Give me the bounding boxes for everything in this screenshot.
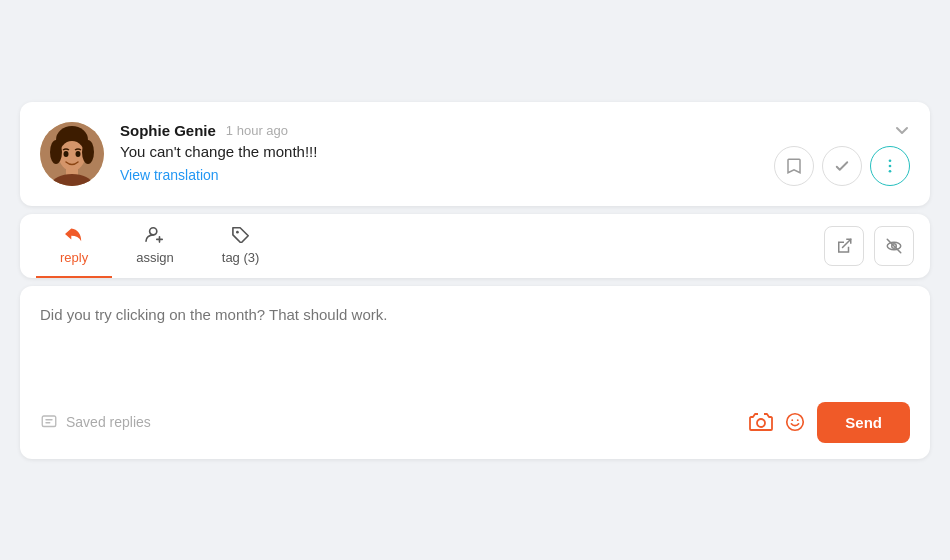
external-link-icon [835, 237, 853, 255]
svg-point-3 [50, 140, 62, 164]
svg-line-16 [887, 239, 901, 253]
tab-assign[interactable]: assign [112, 214, 198, 278]
svg-point-4 [82, 140, 94, 164]
reply-footer: Saved replies Send [40, 402, 910, 443]
svg-point-13 [236, 230, 239, 233]
saved-replies-icon [40, 413, 58, 431]
camera-icon [749, 411, 773, 433]
svg-point-10 [889, 164, 892, 167]
reply-card: Saved replies Send [20, 286, 930, 459]
svg-point-12 [150, 227, 157, 234]
svg-point-18 [757, 419, 765, 427]
check-icon [833, 157, 851, 175]
reply-actions: Send [749, 402, 910, 443]
tab-assign-label: assign [136, 250, 174, 265]
camera-button[interactable] [749, 411, 773, 433]
reply-icon [63, 225, 85, 246]
tab-reply[interactable]: reply [36, 214, 112, 278]
send-button[interactable]: Send [817, 402, 910, 443]
external-link-button[interactable] [824, 226, 864, 266]
svg-rect-17 [42, 416, 56, 427]
toolbar-tabs: reply assign [36, 214, 283, 278]
bookmark-button[interactable] [774, 146, 814, 186]
check-button[interactable] [822, 146, 862, 186]
saved-replies-button[interactable]: Saved replies [40, 413, 151, 431]
assign-icon [144, 225, 166, 246]
svg-point-7 [64, 151, 69, 157]
svg-point-8 [76, 151, 81, 157]
tab-reply-label: reply [60, 250, 88, 265]
message-card: Sophie Genie 1 hour ago You can't change… [20, 102, 930, 206]
svg-point-11 [889, 169, 892, 172]
hide-icon [884, 237, 904, 255]
toolbar-card: reply assign [20, 214, 930, 278]
hide-button[interactable] [874, 226, 914, 266]
reply-textarea[interactable] [40, 306, 910, 386]
chevron-down-button[interactable] [894, 122, 910, 143]
avatar [40, 122, 104, 186]
svg-point-9 [889, 159, 892, 162]
chevron-down-icon [894, 122, 910, 138]
message-header: Sophie Genie 1 hour ago [120, 122, 910, 139]
emoji-icon [783, 411, 807, 433]
sender-name: Sophie Genie [120, 122, 216, 139]
svg-point-19 [787, 414, 804, 431]
emoji-button[interactable] [783, 411, 807, 433]
svg-point-2 [59, 141, 85, 171]
svg-point-20 [792, 419, 794, 421]
view-translation-link[interactable]: View translation [120, 167, 219, 183]
timestamp: 1 hour ago [226, 123, 288, 138]
more-options-button[interactable] [870, 146, 910, 186]
saved-replies-label: Saved replies [66, 414, 151, 430]
main-container: Sophie Genie 1 hour ago You can't change… [20, 102, 930, 459]
bookmark-icon [785, 157, 803, 175]
more-dots-icon [881, 157, 899, 175]
message-actions [774, 146, 910, 186]
tag-icon [230, 225, 252, 246]
svg-point-21 [797, 419, 799, 421]
toolbar-right [824, 226, 914, 266]
tab-tag-label: tag (3) [222, 250, 260, 265]
tab-tag[interactable]: tag (3) [198, 214, 284, 278]
